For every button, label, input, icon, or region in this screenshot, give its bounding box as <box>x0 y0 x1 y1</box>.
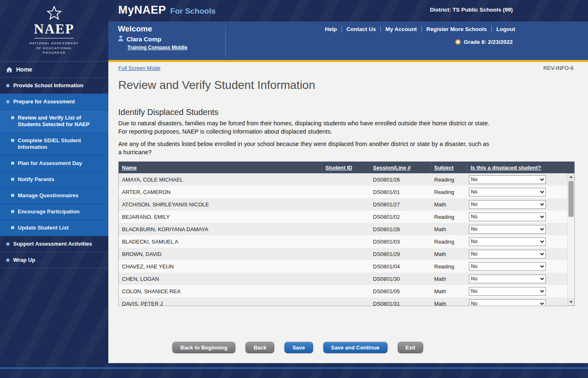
scrollbar-thumb[interactable] <box>569 181 574 217</box>
mynaep-app: MyNAEP For Schools District: TS Public S… <box>0 0 588 378</box>
sidebar-item-manage-questionnaires[interactable]: Manage Questionnaires <box>0 188 108 204</box>
scroll-up-button[interactable] <box>568 173 574 180</box>
student-name-cell: ARTER, CAMERON <box>119 189 322 195</box>
column-header-session-line[interactable]: Session/Line # <box>370 162 431 173</box>
student-name-cell: CHEN, LOGAN <box>119 276 322 282</box>
action-buttons: Back to Beginning Back Save Save and Con… <box>172 342 574 353</box>
displaced-student-select[interactable]: No <box>469 262 546 271</box>
sidebar-item-wrap-up[interactable]: Wrap Up <box>0 252 108 268</box>
displaced-cell: No <box>467 287 567 296</box>
column-header-displaced[interactable]: Is this a displaced student? <box>467 162 574 173</box>
table-row: AMAYA, COLE MICHAEL DS0801/26 Reading No <box>119 173 567 186</box>
subject-cell: Reading <box>431 263 467 270</box>
column-header-label: Subject <box>434 165 454 171</box>
welcome-label: Welcome <box>118 24 224 33</box>
sidebar: NAEP NATIONAL ASSESSMENT OF EDUCATIONAL … <box>0 0 108 363</box>
contact-us-link[interactable]: Contact Us <box>342 26 381 32</box>
logo-caption-line: NATIONAL ASSESSMENT <box>29 41 79 45</box>
displaced-student-select[interactable]: No <box>469 175 546 184</box>
scroll-down-button[interactable] <box>568 299 574 306</box>
table-scrollbar[interactable] <box>567 173 574 306</box>
displaced-student-select[interactable]: No <box>469 200 546 209</box>
displaced-cell: No <box>467 188 567 196</box>
welcome-bar: Welcome Clara Comp Training Compass Midd… <box>108 22 588 60</box>
circle-bullet-icon <box>6 100 10 103</box>
logout-link[interactable]: Logout <box>492 26 515 32</box>
question-paragraph: Are any of the students listed below enr… <box>118 140 494 156</box>
grade-bullet-icon <box>455 39 461 45</box>
column-header-label: Is this a displaced student? <box>471 165 541 171</box>
sidebar-item-encourage-participation[interactable]: Encourage Participation <box>0 204 108 220</box>
naep-logo: NAEP NATIONAL ASSESSMENT OF EDUCATIONAL … <box>0 0 108 61</box>
sidebar-item-complete-sdel-information[interactable]: Complete SD/EL Student Information <box>0 133 108 156</box>
displaced-cell: No <box>467 275 567 283</box>
content-area: Full Screen Mode REV-INFO-6 Review and V… <box>108 62 588 363</box>
app-title: MyNAEP For Schools <box>118 4 215 17</box>
sidebar-item-update-student-list[interactable]: Update Student List <box>0 220 108 236</box>
displaced-student-select[interactable]: No <box>469 188 546 196</box>
subject-cell: Math <box>431 201 467 208</box>
register-more-schools-link[interactable]: Register More Schools <box>422 26 492 32</box>
user-icon <box>118 35 124 43</box>
displaced-student-select[interactable]: No <box>469 287 546 296</box>
student-name-cell: BROWN, DAVID <box>119 251 322 257</box>
back-button[interactable]: Back <box>246 342 274 353</box>
district-label: District: TS Public Schools (99) <box>430 7 513 13</box>
full-screen-mode-link[interactable]: Full Screen Mode <box>118 65 160 71</box>
save-and-continue-button[interactable]: Save and Continue <box>323 342 387 353</box>
sidebar-item-label: Encourage Participation <box>18 208 80 215</box>
prepare-for-assessment-section: Prepare for Assessment Review and Verify… <box>0 94 108 236</box>
grade-indicator: Grade 8: 2/23/2022 <box>455 39 513 45</box>
session-line-cell: DS0801/01 <box>370 189 431 195</box>
session-line-cell: DS0801/02 <box>370 214 431 220</box>
student-name-cell: BEJARANO, EMILY <box>119 214 322 220</box>
sidebar-item-review-and-verify-students[interactable]: Review and Verify List of Students Selec… <box>0 110 108 133</box>
student-name-cell: COLON, SHANICE REA <box>119 288 322 294</box>
sidebar-item-home[interactable]: Home <box>0 62 108 78</box>
displaced-student-select[interactable]: No <box>469 250 546 258</box>
my-account-link[interactable]: My Account <box>381 26 422 32</box>
sidebar-item-plan-for-assessment-day[interactable]: Plan for Assessment Day <box>0 156 108 172</box>
sidebar-item-support-assessment-activities[interactable]: Support Assessment Activities <box>0 236 108 252</box>
square-bullet-icon <box>11 139 14 142</box>
sidebar-item-notify-parents[interactable]: Notify Parents <box>0 172 108 188</box>
sidebar-item-prepare-for-assessment[interactable]: Prepare for Assessment <box>0 94 108 110</box>
help-link[interactable]: Help <box>320 26 342 32</box>
column-header-subject[interactable]: Subject <box>431 162 467 173</box>
square-bullet-icon <box>11 226 14 229</box>
student-name-cell: DAVIS, PETER J <box>119 301 322 306</box>
displaced-student-select[interactable]: No <box>469 213 546 221</box>
back-to-beginning-button[interactable]: Back to Beginning <box>172 342 235 353</box>
displaced-student-select[interactable]: No <box>469 299 546 306</box>
naep-logo-caption: NATIONAL ASSESSMENT OF EDUCATIONAL PROGR… <box>29 41 79 55</box>
save-button[interactable]: Save <box>284 342 313 353</box>
student-name-cell: CHAVEZ, HAE YEUN <box>119 263 322 270</box>
session-line-cell: DS0801/31 <box>370 301 431 306</box>
displaced-student-select[interactable]: No <box>469 237 546 246</box>
student-table-body: AMAYA, COLE MICHAEL DS0801/26 Reading No… <box>119 173 567 306</box>
column-header-student-id[interactable]: Student ID <box>322 162 370 173</box>
sidebar-item-provide-school-information[interactable]: Provide School Information <box>0 78 108 94</box>
displaced-student-select[interactable]: No <box>469 275 546 283</box>
displaced-cell: No <box>467 299 567 306</box>
displaced-cell: No <box>467 250 567 258</box>
subject-cell: Reading <box>431 214 467 220</box>
student-name-cell: BLADECKI, SAMUEL A <box>119 239 322 245</box>
student-name-cell: AMAYA, COLE MICHAEL <box>119 177 322 183</box>
column-header-name[interactable]: Name <box>119 162 322 173</box>
grade-label: Grade 8: 2/23/2022 <box>464 39 513 45</box>
circle-bullet-icon <box>6 84 10 87</box>
subject-cell: Reading <box>431 189 467 195</box>
subject-cell: Reading <box>431 239 467 245</box>
exit-button[interactable]: Exit <box>398 342 423 353</box>
displaced-cell: No <box>467 200 567 209</box>
column-header-label: Name <box>122 165 136 171</box>
displaced-student-select[interactable]: No <box>469 225 546 234</box>
sidebar-item-label: Review and Verify List of Students Selec… <box>18 115 104 128</box>
square-bullet-icon <box>11 178 14 181</box>
intro-paragraph: Due to natural disasters, families may b… <box>118 120 494 136</box>
school-name-link[interactable]: Training Compass Middle <box>127 45 187 50</box>
session-line-cell: DS0801/27 <box>370 201 431 208</box>
sidebar-item-label: Update Student List <box>18 225 69 231</box>
sidebar-item-label: Notify Parents <box>18 176 54 183</box>
